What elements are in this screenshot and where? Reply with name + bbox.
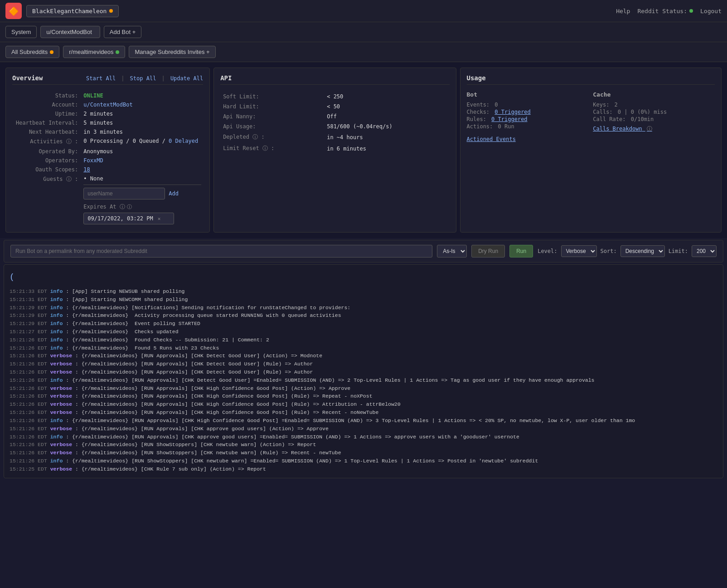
log-entry: 15:21:33 EDT info : [App] Starting NEWSU… <box>10 287 717 296</box>
log-entry: 15:21:26 EDT verbose : {r/mealtimevideos… <box>10 368 717 376</box>
addbot-button[interactable]: Add Bot + <box>104 26 141 38</box>
log-text: : {r/mealtimevideos} Checks updated <box>63 329 178 335</box>
log-time: 15:21:31 EDT <box>10 296 50 302</box>
reddit-status-label: Reddit Status: <box>637 8 687 15</box>
subreddit-button[interactable]: r/mealtimevideos <box>63 46 125 58</box>
log-level: verbose <box>50 361 72 367</box>
logout-link[interactable]: Logout <box>700 8 722 15</box>
sort-select[interactable]: Descending Ascending <box>620 245 665 257</box>
events-value: 0 <box>494 102 498 108</box>
bot-button[interactable]: u/ContextModBot <box>40 26 100 38</box>
bot-button-label: u/ContextModBot <box>46 29 92 35</box>
log-text: : {r/mealtimevideos} [RUN Approvals] [CH… <box>63 377 594 383</box>
bot-column: Bot Events: 0 Checks: 0 Triggered Rules:… <box>467 91 589 142</box>
level-select[interactable]: Verbose Info Debug <box>561 245 597 257</box>
subreddit-label: r/mealtimevideos <box>69 49 113 55</box>
cache-column: Cache Keys: 2 Calls: 0 | 0 (0%) miss Cal… <box>593 91 715 142</box>
log-text: : {r/mealtimevideos} [RUN Approvals] [CH… <box>63 418 635 423</box>
log-time: 15:21:29 EDT <box>10 312 50 318</box>
log-time: 15:21:26 EDT <box>10 385 50 391</box>
guests-row: Guests ⓘ : • None Add Expires At ⓘ ⓘ <box>12 174 203 226</box>
start-all-link[interactable]: Start All <box>86 75 116 82</box>
log-text: : {r/mealtimevideos} [RUN ShowStoppers] … <box>63 458 538 464</box>
reddit-status: Reddit Status: <box>637 8 693 15</box>
operators-value[interactable]: FoxxMD <box>83 157 103 164</box>
log-level: info <box>50 458 63 464</box>
bot-tab[interactable]: BlackElegantChameleon <box>26 5 119 17</box>
account-value[interactable]: u/ContextModBot <box>83 102 132 108</box>
subreddtnav: All Subreddits r/mealtimevideos Manage S… <box>0 42 727 62</box>
expires-value: 09/17/2022, 03:22 PM <box>87 215 153 222</box>
calls-label: Calls: <box>593 109 612 115</box>
actions-value: 0 Run <box>498 123 514 130</box>
app-logo: 🔶 <box>5 3 22 19</box>
account-label: Account: <box>12 100 82 109</box>
log-entry: 15:21:26 EDT info : {r/mealtimevideos} [… <box>10 433 717 441</box>
actions-label: Actions: <box>467 123 493 130</box>
hard-limit-value: < 50 <box>325 102 448 111</box>
events-item: Events: 0 <box>467 102 589 108</box>
all-subreddits-button[interactable]: All Subreddits <box>5 46 59 58</box>
log-time: 15:21:26 EDT <box>10 409 50 415</box>
log-text: : {r/mealtimevideos} Event polling START… <box>63 321 200 326</box>
log-time: 15:21:26 EDT <box>10 361 50 367</box>
log-entry: 15:21:26 EDT verbose : {r/mealtimevideos… <box>10 408 717 417</box>
keys-label: Keys: <box>593 102 609 108</box>
expires-input[interactable]: 09/17/2022, 03:22 PM ✕ <box>83 213 174 224</box>
system-button[interactable]: System <box>5 26 37 38</box>
api-nanny-row: Api Nanny: Off <box>221 112 448 121</box>
calls-breakdown-link[interactable]: Calls Breakdown ⓘ <box>593 126 652 132</box>
dryrun-button[interactable]: Dry Run <box>471 245 505 258</box>
delayed-link[interactable]: 0 Delayed <box>169 138 198 144</box>
actions-item: Actions: 0 Run <box>467 123 589 130</box>
keys-item: Keys: 2 <box>593 102 715 108</box>
hard-limit-row: Hard Limit: < 50 <box>221 102 448 111</box>
runbot-select[interactable]: As-Is <box>437 245 467 258</box>
log-level: verbose <box>50 450 72 456</box>
events-label: Events: <box>467 102 490 108</box>
actioned-events-link[interactable]: Actioned Events <box>467 136 589 142</box>
log-level: info <box>50 288 63 294</box>
usage-header: Usage <box>467 74 715 85</box>
log-text: : {r/mealtimevideos} [RUN Approvals] [CH… <box>72 353 322 359</box>
run-button[interactable]: Run <box>509 245 533 258</box>
oauth-value[interactable]: 18 <box>83 166 90 173</box>
limit-select[interactable]: 200 100 50 <box>692 245 717 257</box>
usage-panel: Usage Bot Events: 0 Checks: 0 Triggered … <box>460 68 722 233</box>
limit-reset-value: in 6 minutes <box>325 143 448 154</box>
log-entry: 15:21:26 EDT verbose : {r/mealtimevideos… <box>10 360 717 368</box>
guest-input-row: Add <box>83 188 201 199</box>
heartbeat-row: Heartbeat Interval: 5 minutes <box>12 118 203 127</box>
log-entry: 15:21:26 EDT info : {r/mealtimevideos} F… <box>10 336 717 344</box>
sort-label: Sort: <box>601 248 617 254</box>
help-link[interactable]: Help <box>616 8 630 15</box>
log-entry: 15:21:27 EDT info : {r/mealtimevideos} C… <box>10 328 717 336</box>
depleted-row: Depleted ⓘ : in ~4 hours <box>221 132 448 142</box>
checks-value[interactable]: 0 Triggered <box>494 109 530 115</box>
uptime-label: Uptime: <box>12 109 82 118</box>
log-entry: 15:21:26 EDT info : {r/mealtimevideos} F… <box>10 344 717 352</box>
log-level: verbose <box>50 426 72 432</box>
add-link[interactable]: Add <box>169 190 179 197</box>
stop-all-link[interactable]: Stop All <box>130 75 156 82</box>
log-text: : {r/mealtimevideos} [RUN Approvals] [CH… <box>72 393 373 399</box>
activities-label: Activities ⓘ : <box>12 136 82 147</box>
log-level: info <box>50 418 63 423</box>
log-time: 15:21:29 EDT <box>10 321 50 326</box>
manage-subreddits-button[interactable]: Manage Subreddits Invites + <box>129 46 215 58</box>
log-text: : {r/mealtimevideos} Activity processing… <box>63 312 341 318</box>
update-all-link[interactable]: Update All <box>170 75 203 82</box>
all-subreddits-label: All Subreddits <box>11 49 48 55</box>
rules-value[interactable]: 0 Triggered <box>491 116 527 122</box>
log-level: verbose <box>50 466 72 472</box>
log-entry: 15:21:29 EDT info : {r/mealtimevideos} A… <box>10 311 717 320</box>
log-text: : [App] Starting NEWSUB shared polling <box>63 288 184 294</box>
clear-expires-icon[interactable]: ✕ <box>158 216 161 222</box>
status-label: Status: <box>12 91 82 100</box>
overview-table: Status: ONLINE Account: u/ContextModBot … <box>12 91 203 226</box>
log-level: verbose <box>50 369 72 375</box>
bot-tab-label: BlackElegantChameleon <box>32 8 107 15</box>
runbot-input[interactable] <box>10 245 432 258</box>
usage-grid: Bot Events: 0 Checks: 0 Triggered Rules:… <box>467 91 715 142</box>
username-input[interactable] <box>83 188 165 199</box>
